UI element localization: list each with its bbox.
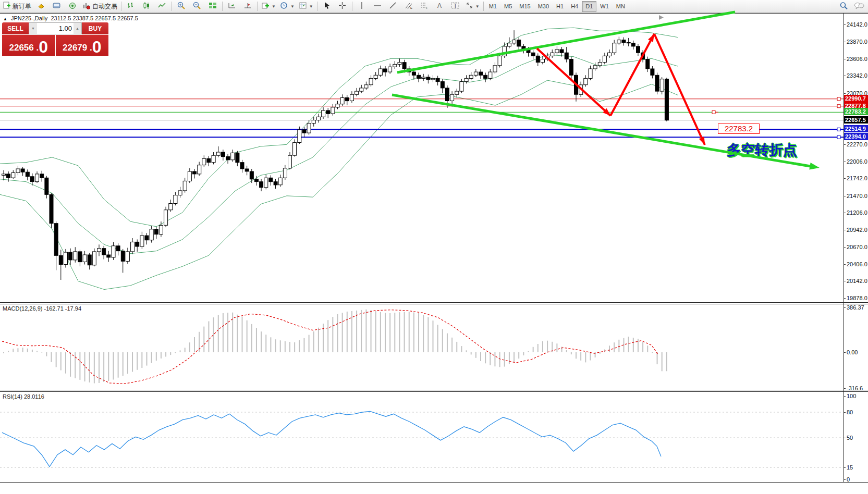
candle: [536, 53, 540, 66]
candle: [40, 171, 44, 182]
chat-button[interactable]: [851, 1, 867, 13]
macd-panel[interactable]: [0, 304, 843, 390]
timeframe-m30[interactable]: M30: [534, 1, 553, 12]
candle: [164, 207, 168, 227]
search-button[interactable]: [836, 1, 851, 13]
candle: [517, 38, 521, 51]
one-click-trading-panel: SELL ▼ 1.00 ▲ BUY 22656 .0 22679 .0: [2, 22, 108, 56]
auto-scroll-button[interactable]: [224, 1, 240, 13]
candle: [245, 166, 249, 176]
market-watch-button[interactable]: [49, 1, 65, 13]
chart-shift-button[interactable]: [240, 1, 255, 13]
line-endpoint-marker[interactable]: [837, 97, 840, 101]
gold-icon: [37, 2, 45, 11]
text-label-button[interactable]: T: [448, 1, 463, 13]
label-anchor-marker[interactable]: [712, 110, 715, 114]
candle: [479, 69, 483, 79]
candle: [326, 108, 330, 118]
trendline-button[interactable]: [385, 1, 401, 13]
text-a-icon: A: [436, 2, 443, 11]
chart-window: ▲ JPN225-,Daily 23112.5 23387.5 22657.5 …: [0, 13, 868, 494]
buy-price[interactable]: 22679 .0: [56, 35, 109, 56]
autotrading-button[interactable]: 自动交易: [80, 1, 119, 13]
line-endpoint-marker[interactable]: [837, 105, 840, 108]
channel-button[interactable]: E: [401, 1, 417, 13]
main-macd-separator[interactable]: [0, 302, 868, 303]
price-annotation-label[interactable]: 22783.2: [718, 123, 760, 134]
candle: [546, 53, 549, 61]
volume-up-button[interactable]: ▲: [74, 23, 81, 34]
cursor-button[interactable]: [319, 1, 335, 13]
history-center-button[interactable]: [33, 1, 49, 13]
timeframe-m5[interactable]: M5: [500, 1, 516, 12]
candle: [441, 79, 444, 93]
candle: [374, 72, 377, 80]
fibonacci-button[interactable]: F: [417, 1, 432, 13]
timeframe-h1[interactable]: H1: [553, 1, 567, 12]
candle: [64, 249, 68, 268]
zoom-out-button[interactable]: [189, 1, 205, 13]
candle: [136, 240, 139, 252]
crosshair-button[interactable]: [335, 1, 350, 13]
axis-tick-mark: [843, 247, 846, 248]
zoom-in-button[interactable]: [174, 1, 189, 13]
timeframe-m1[interactable]: M1: [485, 1, 500, 12]
candle: [398, 58, 401, 67]
indicators-button[interactable]: ▼: [259, 1, 278, 13]
sell-price[interactable]: 22656 .0: [2, 35, 55, 56]
text-button[interactable]: A: [432, 1, 448, 13]
new-order-icon: [3, 2, 11, 11]
rsi-axis-15: 15: [847, 464, 853, 471]
timeframe-mn[interactable]: MN: [613, 1, 629, 12]
axis-tick-mark: [843, 438, 846, 438]
candle-chart-mode-button[interactable]: [139, 1, 154, 13]
zoom-out-icon: [193, 2, 201, 11]
macd-rsi-separator[interactable]: [0, 390, 868, 390]
price-tag: 22990.7: [844, 95, 868, 102]
candle: [212, 152, 215, 164]
buy-button[interactable]: BUY: [82, 22, 108, 34]
candle: [378, 66, 382, 77]
timeframe-m15[interactable]: M15: [516, 1, 534, 12]
timeframe-w1[interactable]: W1: [596, 1, 613, 12]
candle: [92, 249, 96, 267]
candle: [589, 66, 592, 80]
candle: [579, 82, 583, 97]
chinese-annotation-text[interactable]: 多空转折点: [727, 141, 797, 159]
candle: [384, 66, 387, 77]
macd-rsi-separator2[interactable]: [0, 391, 868, 392]
volume-down-button[interactable]: ▼: [29, 23, 37, 34]
volume-input[interactable]: 1.00: [37, 24, 74, 32]
sell-button[interactable]: SELL: [2, 22, 29, 34]
axis-tick-mark: [843, 42, 846, 42]
main-chart-plot[interactable]: [0, 14, 843, 303]
templates-button[interactable]: ▼: [297, 1, 315, 13]
webterminal-button[interactable]: [65, 1, 80, 13]
axis-tick-mark: [843, 388, 846, 389]
arrows-button[interactable]: ▼: [463, 1, 482, 13]
vertical-line-icon: [359, 2, 364, 11]
arrows-icon: [466, 2, 473, 11]
candle: [121, 249, 125, 273]
rsi-panel[interactable]: [0, 392, 843, 483]
axis-tick-mark: [843, 467, 846, 468]
candle: [574, 72, 578, 101]
line-endpoint-marker[interactable]: [837, 135, 840, 139]
bar-chart-mode-button[interactable]: [123, 1, 139, 13]
horizontal-line-button[interactable]: [370, 1, 385, 13]
main-macd-separator2[interactable]: [0, 304, 868, 304]
timeframe-d1[interactable]: D1: [582, 1, 596, 12]
vertical-line-button[interactable]: [354, 1, 370, 13]
tile-windows-button[interactable]: [205, 1, 221, 13]
new-order-button[interactable]: 新订单: [1, 1, 33, 13]
y-axis-tick-label: 19878.0: [847, 295, 867, 301]
candle: [426, 75, 430, 83]
line-endpoint-marker[interactable]: [837, 128, 840, 131]
rsi-axis-80: 80: [847, 409, 853, 415]
axis-tick-mark: [843, 213, 846, 213]
periods-button[interactable]: ▼: [278, 1, 297, 13]
macd-signal-line: [2, 310, 658, 384]
line-chart-mode-button[interactable]: [154, 1, 170, 13]
buy-price-big-digit: 0: [92, 39, 102, 55]
timeframe-h4[interactable]: H4: [567, 1, 582, 12]
